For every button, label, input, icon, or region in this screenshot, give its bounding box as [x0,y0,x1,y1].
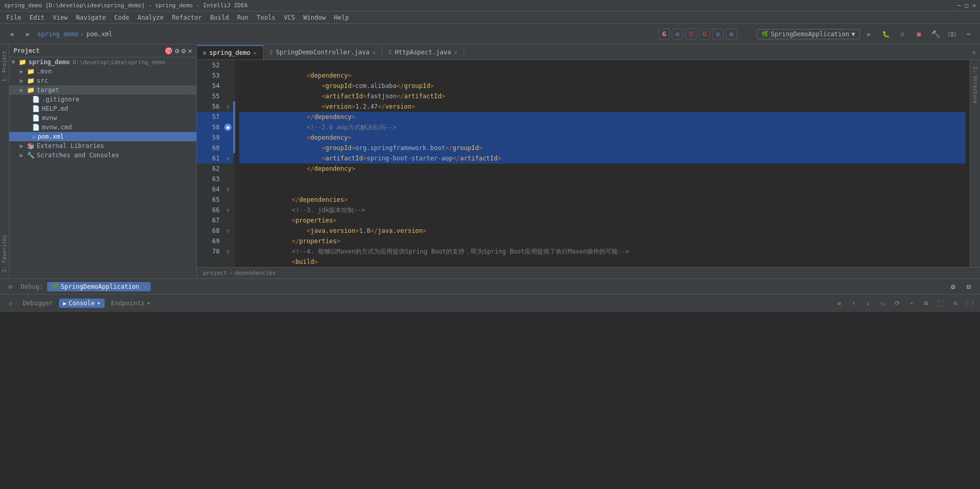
gutter-70[interactable]: ▽ [223,246,233,257]
expand-arrow-src[interactable]: ▶ [20,77,27,84]
toolbar-extra[interactable]: ⋯ [961,27,976,41]
tree-item-mvnwcmd[interactable]: 📄 mvnw.cmd [9,123,196,132]
tree-item-mvnw[interactable]: 📄 mvnw [9,113,196,123]
bottom-btn-1[interactable]: ≡ [833,297,845,309]
minimize-btn[interactable]: ─ [957,2,961,9]
menu-edit[interactable]: Edit [25,13,49,22]
bottom-btn-4[interactable]: ↑↓ [876,297,889,309]
fold-icon-64[interactable]: ▽ [226,187,229,192]
menu-code[interactable]: Code [110,13,134,22]
bottom-btn-2[interactable]: ↑ [847,297,860,309]
bottom-restart-btn[interactable]: ↺ [4,297,17,309]
expand-arrow-target[interactable]: ▶ [20,86,27,94]
menu-vcs[interactable]: VCS [280,13,299,22]
project-panel-label[interactable]: 1: Project [1,47,8,86]
menu-help[interactable]: Help [330,13,353,22]
tab-close-controller[interactable]: ✕ [372,50,376,55]
menu-view[interactable]: View [49,13,72,22]
debug-tab-close[interactable]: ✕ [143,284,147,289]
stop-button[interactable]: ■ [912,27,926,41]
expand-arrow-extlibs[interactable]: ▶ [20,142,27,150]
run-config-dropdown[interactable]: 🌿 SpringDemoApplication ▼ [757,29,860,39]
sidebar-expand-icon[interactable]: ⚙ [175,47,179,55]
sidebar-gear-icon[interactable]: ⚙ [181,47,185,55]
tab-controller[interactable]: C SpringDemoController.java ✕ [264,45,383,60]
forward-button[interactable]: ▶ [21,27,35,41]
tree-item-target[interactable]: ▶ 📁 target [9,85,196,95]
tree-item-extlibs[interactable]: ▶ 📚 External Libraries [9,141,196,151]
tree-item-gitignore[interactable]: 📄 .gitignore [9,95,196,104]
tab-close-aspect[interactable]: ✕ [454,50,457,55]
gutter-61[interactable]: ▽ [223,153,233,164]
bottom-btn-7[interactable]: ⊠ [920,297,932,309]
build-button[interactable]: 🔨 [928,27,943,41]
edge-icon[interactable]: e [712,28,724,40]
bottom-btn-6[interactable]: ↶ [905,297,918,309]
tree-item-mvn[interactable]: ▶ 📁 .mvn [9,67,196,76]
fold-icon-70[interactable]: ▽ [226,249,229,255]
menu-build[interactable]: Build [206,13,233,22]
tree-item-src[interactable]: ▶ 📁 src [9,76,196,85]
chrome-icon[interactable]: G [658,28,670,40]
expand-arrow-scratches[interactable]: ▶ [20,152,27,159]
menu-refactor[interactable]: Refactor [168,13,206,22]
fold-icon-61[interactable]: ▽ [226,156,229,161]
endpoints-tab[interactable]: Endpoints ▾ [107,299,154,308]
opera2-icon[interactable]: O [699,28,710,40]
menu-analyze[interactable]: Analyze [133,13,168,22]
menu-navigate[interactable]: Navigate [72,13,110,22]
back-button[interactable]: ◀ [4,27,19,41]
tree-item-root[interactable]: ▼ 📁 spring_demo D:\develop\idea\spring_d… [9,57,196,67]
debug-button[interactable]: 🐛 [878,27,893,41]
favorites-panel-label[interactable]: 2: Favorites [1,231,8,276]
settings-extra[interactable]: □□ [945,27,959,41]
expand-arrow-root[interactable]: ▼ [11,58,19,66]
debug-settings-right[interactable]: ⚙ [946,279,960,294]
breadcrumb-file[interactable]: pom.xml [87,31,113,38]
sidebar-close-icon[interactable]: ✕ [188,47,192,55]
sidebar-locate-icon[interactable]: 🎯 [164,47,173,55]
gutter-58[interactable]: ● [223,122,233,132]
fold-icon-68[interactable]: ▽ [226,228,229,234]
bottom-btn-10[interactable]: ⋮⋮ [963,297,976,309]
run-button[interactable]: ▶ [862,27,876,41]
expand-arrow-mvn[interactable]: ▶ [20,68,27,75]
fold-icon-66[interactable]: ▽ [226,208,229,213]
tree-item-scratches[interactable]: ▶ 🔧 Scratches and Consoles [9,151,196,160]
opera-icon[interactable]: O [685,28,697,40]
tab-aspect[interactable]: C HttpAspect.java ✕ [382,45,464,60]
tab-pomxml[interactable]: m spring_demo ✕ [197,45,264,60]
console-tab[interactable]: ▶ Console ▾ [59,299,105,308]
tab-close-pomxml[interactable]: ✕ [254,50,257,56]
menu-run[interactable]: Run [233,13,253,22]
debug-breakpoint-58[interactable]: ● [224,124,232,131]
structure-label[interactable]: 2: Structure [971,62,979,108]
debug-settings-btn[interactable]: ⚙ [4,280,17,293]
bottom-btn-8[interactable]: ⬛ [934,297,947,309]
menu-window[interactable]: Window [299,13,329,22]
gutter-64[interactable]: ▽ [223,184,233,195]
tree-item-pomxml[interactable]: m pom.xml [9,132,196,141]
editor-pin-button[interactable]: ✕ [968,45,980,60]
bottom-btn-3[interactable]: ↓ [862,297,874,309]
maximize-btn[interactable]: □ [965,2,969,9]
gutter-56[interactable]: ▽ [223,101,233,112]
ie-icon[interactable]: e [672,28,683,40]
menu-file[interactable]: File [2,13,25,22]
edge2-icon[interactable]: e [726,28,737,40]
bottom-btn-9[interactable]: ≋ [949,297,961,309]
breadcrumb-project[interactable]: spring_demo [37,31,78,38]
close-btn[interactable]: ✕ [972,2,976,9]
fold-icon-56[interactable]: ▽ [226,104,229,110]
debugger-tab[interactable]: Debugger [19,299,57,308]
code-area[interactable]: <dependency> <groupId>com.alibaba</group… [235,60,970,267]
menu-tools[interactable]: Tools [253,13,280,22]
debug-active-tab[interactable]: 🌿 SpringDemoApplication ✕ [47,282,151,291]
debug-layout-btn[interactable]: ⊟ [961,279,976,294]
coverage-button[interactable]: ⚙ [895,27,910,41]
gutter-66[interactable]: ▽ [223,205,233,215]
tree-item-helpmd[interactable]: 📄 HELP.md [9,104,196,113]
bottom-btn-5[interactable]: ⟳ [891,297,903,309]
sidebar-actions: 🎯 ⚙ ⚙ ✕ [164,47,192,55]
gutter-68[interactable]: ▽ [223,226,233,236]
